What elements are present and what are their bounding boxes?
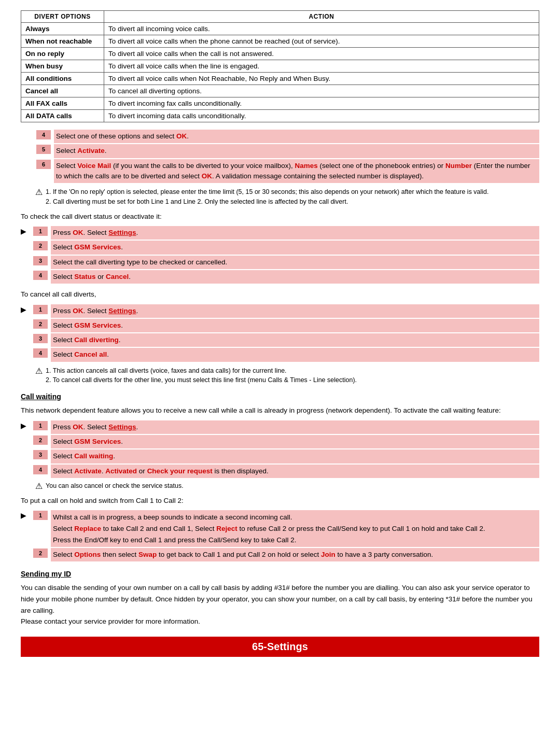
call-waiting-steps: ▶ 1 Press OK. Select Settings. 2 Select … [21,420,539,479]
step-4-row: 4 Select one of these options and select… [36,130,539,143]
cw-step-1-content: Press OK. Select Settings. [51,420,539,434]
action-cancel-all: To cancel all diverting options. [104,85,539,97]
option-all-fax: All FAX calls [25,100,67,107]
action-on-no-reply: To divert all voice calls when the call … [104,48,539,60]
sending-id-heading: Sending my ID [21,570,539,578]
hold-steps: ▶ 1 Whilst a call is in progress, a beep… [21,510,539,563]
check-step-1-content: Press OK. Select Settings. [51,226,539,240]
option-always: Always [25,25,50,33]
check-step-4-content: Select Status or Cancel. [51,270,539,284]
option-when-not-reachable: When not reachable [25,37,92,45]
option-on-no-reply: On no reply [25,50,64,58]
hold-intro: To put a call on hold and switch from Ca… [21,495,539,507]
check-step-1-row: 1 Press OK. Select Settings. [33,226,539,240]
cancel-step-row-wrapper: ▶ 1 Press OK. Select Settings. 2 Select … [21,304,539,363]
footer-bar: 65-Settings [21,637,539,657]
table-row: Always To divert all incoming voice call… [21,23,539,35]
cancel-step-2-row: 2 Select GSM Services. [33,319,539,332]
hold-step-row-wrapper: ▶ 1 Whilst a call is in progress, a beep… [21,510,539,563]
action-all-data: To divert incoming data calls unconditio… [104,110,539,122]
steps-group1: 4 Select one of these options and select… [36,130,539,183]
check-step-3-num: 3 [33,256,48,265]
col-header-option: DIVERT OPTIONS [21,11,104,23]
step-6-row: 6 Select Voice Mail (if you want the cal… [36,159,539,184]
hold-step-2-num: 2 [33,549,48,558]
arrow-icon: ▶ [21,226,33,235]
cw-arrow-icon: ▶ [21,420,33,430]
cancel-step-2-content: Select GSM Services. [51,319,539,332]
cw-step-2-row: 2 Select GSM Services. [33,435,539,448]
cancel-step-3-num: 3 [33,334,48,343]
cw-step-2-content: Select GSM Services. [51,435,539,448]
cancel-step-4-row: 4 Select Cancel all. [33,348,539,361]
cw-step-3-content: Select Call waiting. [51,449,539,463]
cw-step-4-num: 4 [33,465,48,474]
action-always: To divert all incoming voice calls. [104,23,539,35]
step-5-num: 5 [36,145,51,154]
call-waiting-heading: Call waiting [21,392,539,401]
cw-step-4-content: Select Activate. Activated or Check your… [51,465,539,478]
check-step-1-num: 1 [33,227,48,236]
note-group1: ⚠ 1. If the 'On no reply' option is sele… [35,187,539,207]
cancel-step-1-row: 1 Press OK. Select Settings. [33,304,539,318]
cw-step-2-num: 2 [33,435,48,445]
action-all-fax: To divert incoming fax calls uncondition… [104,97,539,110]
cw-step-1-row: 1 Press OK. Select Settings. [33,420,539,434]
check-step-2-row: 2 Select GSM Services. [33,241,539,254]
step-6-content: Select Voice Mail (if you want the calls… [54,159,539,184]
cancel-step-4-content: Select Cancel all. [51,348,539,361]
cancel-step-4-num: 4 [33,348,48,358]
cancel-steps: ▶ 1 Press OK. Select Settings. 2 Select … [21,304,539,363]
step-5-row: 5 Select Activate. [36,144,539,158]
step-4-num: 4 [36,130,51,139]
sending-id-para: You can disable the sending of your own … [21,582,539,627]
cancel-step-2-num: 2 [33,319,48,329]
hold-step-2-row: 2 Select Options then select Swap to get… [33,548,539,561]
cw-step-4-row: 4 Select Activate. Activated or Check yo… [33,465,539,478]
cancel-step-3-content: Select Call diverting. [51,333,539,347]
footer-label: Settings [267,641,308,652]
note-cancel: ⚠ 1. This action cancels all call divert… [35,366,539,386]
check-step-3-row: 3 Select the call diverting type to be c… [33,256,539,269]
table-row: When not reachable To divert all voice c… [21,35,539,48]
cancel-step-1-num: 1 [33,305,48,314]
check-step-3-content: Select the call diverting type to be che… [51,256,539,269]
hold-step-1-num: 1 [33,511,48,520]
option-all-conditions: All conditions [25,75,72,82]
cw-step-1-num: 1 [33,421,48,430]
note-callwaiting: ⚠ You can also cancel or check the servi… [35,481,539,491]
cancel-arrow-icon: ▶ [21,304,33,314]
option-cancel-all: Cancel all [25,87,58,95]
step-5-content: Select Activate. [54,144,539,158]
call-waiting-intro: This network dependent feature allows yo… [21,405,539,416]
check-step-4-num: 4 [33,271,48,280]
check-steps: ▶ 1 Press OK. Select Settings. 2 Select … [21,226,539,285]
check-step-4-row: 4 Select Status or Cancel. [33,270,539,284]
action-when-not-reachable: To divert all voice calls when the phone… [104,35,539,48]
cancel-step-1-content: Press OK. Select Settings. [51,304,539,318]
table-row: Cancel all To cancel all diverting optio… [21,85,539,97]
cancel-section-intro: To cancel all call diverts, [21,289,539,300]
table-row: All DATA calls To divert incoming data c… [21,110,539,122]
divert-options-table: DIVERT OPTIONS ACTION Always To divert a… [21,10,539,122]
step-6-num: 6 [36,160,51,169]
check-section-intro: To check the call divert status or deact… [21,211,539,222]
table-row: All conditions To divert all voice calls… [21,73,539,85]
warning-icon-cancel: ⚠ [35,366,43,376]
hold-arrow-icon: ▶ [21,510,33,519]
check-step-row-wrapper: ▶ 1 Press OK. Select Settings. 2 Select … [21,226,539,285]
table-row: On no reply To divert all voice calls wh… [21,48,539,60]
step-4-content: Select one of these options and select O… [54,130,539,143]
warning-icon: ⚠ [35,187,43,197]
check-step-2-content: Select GSM Services. [51,241,539,254]
cw-step-3-row: 3 Select Call waiting. [33,449,539,463]
cw-step-row-wrapper: ▶ 1 Press OK. Select Settings. 2 Select … [21,420,539,479]
option-when-busy: When busy [25,62,63,70]
cancel-step-3-row: 3 Select Call diverting. [33,333,539,347]
option-all-data: All DATA calls [25,112,72,120]
table-row: When busy To divert all voice calls when… [21,60,539,73]
warning-icon-cw: ⚠ [35,481,43,491]
action-all-conditions: To divert all voice calls when Not Reach… [104,73,539,85]
hold-step-1-content: Whilst a call is in progress, a beep sou… [51,510,539,547]
cw-step-3-num: 3 [33,450,48,459]
